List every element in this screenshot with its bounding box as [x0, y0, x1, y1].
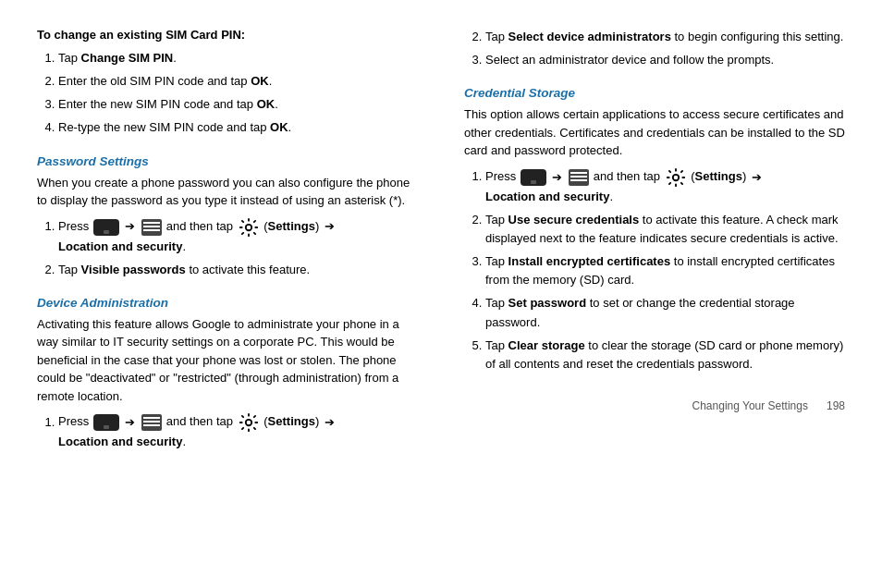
select-device-admin-label: Select device administrators [508, 30, 671, 43]
left-column: To change an existing SIM Card PIN: Tap … [37, 28, 427, 570]
use-secure-cred-label: Use secure credentials [508, 213, 640, 227]
settings-gear-icon-2 [239, 412, 259, 433]
change-sim-pin-label: Change SIM PIN [81, 51, 174, 65]
device-admin-section: Device Administration Activating this fe… [37, 296, 418, 452]
password-settings-intro: When you create a phone password you can… [37, 174, 418, 210]
page-footer: Changing Your Settings 198 [464, 390, 845, 412]
settings-paren-label-1: (Settings) [263, 219, 323, 233]
menu-icon-1 [141, 219, 162, 236]
columns-layout: To change an existing SIM Card PIN: Tap … [37, 28, 845, 570]
list-item: Tap Install encrypted certificates to in… [485, 252, 845, 289]
credential-steps-list: Press ➔ and then tap (Settings) [481, 167, 845, 374]
list-item: Re-type the new SIM PIN code and tap OK. [58, 118, 418, 137]
svg-point-1 [245, 420, 251, 425]
list-item: Press ➔ and then tap (Settings) [485, 167, 845, 206]
footer-page-number: 198 [827, 399, 845, 412]
arrow-icon-5: ➔ [552, 168, 562, 187]
arrow-icon-3: ➔ [125, 413, 135, 432]
phone-icon-2 [93, 414, 119, 431]
svg-point-2 [672, 175, 678, 180]
press-label-2: Press [58, 415, 92, 429]
ok-label-2: OK [257, 97, 276, 111]
press-label-3: Press [485, 169, 520, 183]
settings-gear-icon-1 [239, 217, 259, 238]
list-item: Tap Clear storage to clear the storage (… [485, 337, 845, 374]
location-security-label-1: Location and security [58, 239, 182, 253]
settings-gear-icon-3 [666, 167, 686, 188]
sim-card-section: To change an existing SIM Card PIN: Tap … [37, 28, 418, 138]
install-encrypted-label: Install encrypted certificates [508, 254, 671, 268]
list-item: Select an administrator device and follo… [485, 51, 845, 69]
password-settings-section: Password Settings When you create a phon… [37, 154, 418, 279]
credential-storage-section: Credential Storage This option allows ce… [464, 86, 845, 374]
menu-icon-3 [569, 169, 589, 186]
press-label-1: Press [58, 219, 92, 233]
phone-icon-3 [521, 169, 546, 186]
ok-label-1: OK [251, 74, 269, 88]
ok-label-3: OK [270, 120, 288, 134]
right-column: Tap Select device administrators to begi… [455, 28, 845, 570]
device-admin-title: Device Administration [37, 296, 418, 310]
list-item: Enter the new SIM PIN code and tap OK. [58, 95, 418, 114]
list-item: Tap Visible passwords to activate this f… [58, 261, 418, 279]
svg-point-0 [245, 224, 251, 229]
device-admin-steps-list: Press ➔ and then tap (Settings) [54, 412, 418, 451]
page-container: To change an existing SIM Card PIN: Tap … [0, 0, 882, 588]
phone-icon [93, 219, 119, 236]
arrow-icon-2: ➔ [325, 217, 335, 236]
and-then-tap-label-3: and then tap [594, 169, 664, 183]
sim-steps-list: Tap Change SIM PIN. Enter the old SIM PI… [54, 49, 418, 138]
arrow-icon-6: ➔ [752, 168, 762, 187]
sim-section-title: To change an existing SIM Card PIN: [37, 28, 418, 42]
and-then-tap-label-2: and then tap [166, 415, 237, 429]
menu-icon-2 [141, 414, 162, 431]
settings-paren-label-3: (Settings) [691, 169, 750, 183]
footer-section-label: Changing Your Settings [692, 399, 808, 412]
list-item: Tap Set password to set or change the cr… [485, 294, 845, 331]
credential-storage-intro: This option allows certain applications … [464, 105, 845, 160]
arrow-icon-4: ➔ [325, 413, 335, 432]
device-admin-intro: Activating this feature allows Google to… [37, 315, 418, 406]
and-then-tap-label-1: and then tap [166, 219, 237, 233]
location-security-label-3: Location and security [485, 190, 609, 203]
arrow-icon-1: ➔ [125, 217, 135, 236]
password-steps-list: Press ➔ and then tap [54, 217, 418, 279]
location-security-label-2: Location and security [58, 435, 182, 448]
list-item: Tap Select device administrators to begi… [485, 28, 845, 46]
set-password-label: Set password [508, 296, 587, 310]
list-item: Tap Use secure credentials to activate t… [485, 211, 845, 248]
visible-passwords-label: Visible passwords [81, 263, 186, 276]
settings-paren-label-2: (Settings) [263, 415, 323, 429]
list-item: Press ➔ and then tap (Settings) [58, 412, 418, 451]
password-settings-title: Password Settings [37, 154, 418, 168]
list-item: Press ➔ and then tap [58, 217, 418, 256]
device-admin-continued-section: Tap Select device administrators to begi… [464, 28, 845, 69]
credential-storage-title: Credential Storage [464, 86, 845, 100]
clear-storage-label: Clear storage [508, 338, 585, 352]
device-admin-continued-list: Tap Select device administrators to begi… [481, 28, 845, 69]
list-item: Enter the old SIM PIN code and tap OK. [58, 72, 418, 91]
list-item: Tap Change SIM PIN. [58, 49, 418, 67]
